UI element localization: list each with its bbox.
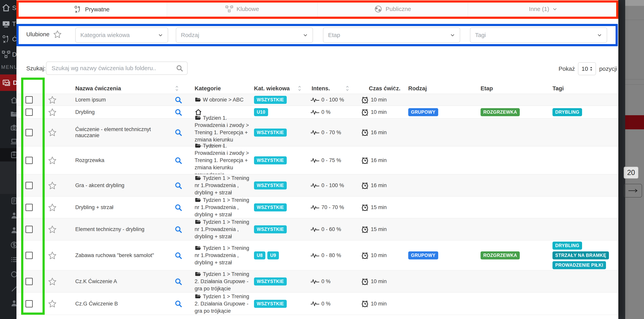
tactics-icon bbox=[74, 5, 82, 14]
favorites-toggle[interactable]: Ulubione bbox=[26, 30, 62, 39]
row-checkbox[interactable] bbox=[26, 96, 33, 104]
items-label: pozycji bbox=[599, 66, 617, 72]
row-checkbox[interactable] bbox=[26, 129, 33, 136]
dropdown-placeholder: Rodzaj bbox=[181, 32, 199, 38]
row-checkbox[interactable] bbox=[26, 252, 33, 259]
tab-label: Prywatne bbox=[85, 6, 110, 13]
col-header-name[interactable]: Nazwa ćwiczenia bbox=[75, 83, 121, 94]
chevron-down-icon bbox=[597, 32, 602, 38]
sidebar-item-drills[interactable]: D bbox=[0, 48, 19, 62]
row-checkbox[interactable] bbox=[26, 157, 33, 164]
table-row[interactable]: Element techniczny - drybling Tydzien 1 … bbox=[16, 218, 618, 240]
left-sidebar: S T Ć D MENU D bbox=[0, 0, 19, 319]
folder-open-icon bbox=[194, 245, 201, 251]
sort-icon[interactable] bbox=[393, 86, 396, 91]
table-row[interactable]: Gra - akcent drybling Tydzien 1 > Trenin… bbox=[16, 174, 618, 196]
dropdown-tagi[interactable]: Tagi bbox=[470, 28, 607, 43]
age-badge: WSZYSTKIE bbox=[254, 182, 287, 190]
tactics-icon bbox=[2, 35, 10, 44]
preview-magnifier-icon[interactable] bbox=[174, 108, 182, 116]
tab-inne[interactable]: Inne (1) bbox=[468, 1, 618, 18]
col-header-intensity[interactable]: Intens. bbox=[312, 83, 330, 94]
sort-icon[interactable] bbox=[175, 86, 178, 91]
team-icon bbox=[2, 50, 10, 59]
preview-magnifier-icon[interactable] bbox=[174, 278, 182, 286]
star-icon[interactable] bbox=[48, 251, 57, 260]
sidebar-item-exercises[interactable]: Ć bbox=[0, 32, 19, 46]
col-header-tags[interactable]: Tagi bbox=[552, 83, 564, 94]
col-header-stage[interactable]: Etap bbox=[480, 83, 493, 94]
col-header-categories[interactable]: Kategorie bbox=[194, 83, 221, 94]
table-row[interactable]: Cz.K Ćwiczenie A Tydzien 1 > Trening 2. … bbox=[16, 270, 618, 292]
table-row[interactable]: Ćwiczenie - element technicznyt nauczani… bbox=[16, 118, 618, 146]
preview-magnifier-icon[interactable] bbox=[174, 300, 182, 308]
row-checkbox[interactable] bbox=[26, 226, 33, 233]
preview-magnifier-icon[interactable] bbox=[174, 182, 182, 190]
preview-magnifier-icon[interactable] bbox=[174, 252, 182, 260]
table-row[interactable]: Rozgrzewka Tydzien 1. Prowadzenia i zwod… bbox=[16, 146, 618, 174]
preview-magnifier-icon[interactable] bbox=[174, 226, 182, 233]
star-icon[interactable] bbox=[48, 181, 57, 190]
col-header-type[interactable]: Rodzaj bbox=[408, 83, 427, 94]
tab-prywatne[interactable]: Prywatne bbox=[16, 1, 167, 18]
star-icon[interactable] bbox=[48, 156, 57, 165]
sidebar-item-trainings[interactable]: T bbox=[0, 17, 19, 31]
dropdown-etap[interactable]: Etap bbox=[323, 28, 460, 43]
main-panel: Prywatne Klubowe Publiczne Inne (1) Ulub… bbox=[16, 0, 618, 319]
star-icon[interactable] bbox=[48, 108, 57, 117]
sidebar-item-label: D bbox=[12, 51, 17, 58]
show-label: Pokaż bbox=[558, 66, 575, 72]
row-checkbox[interactable] bbox=[26, 182, 33, 189]
star-icon[interactable] bbox=[48, 277, 57, 286]
sidebar-menu-label: MENU bbox=[1, 64, 18, 70]
page-size-select[interactable]: 10 bbox=[578, 62, 596, 75]
sidebar-item-active[interactable]: D bbox=[0, 74, 19, 91]
table-row[interactable]: Cz.G Ćwiczenie B Tydzien 1 > Trening 2. … bbox=[16, 292, 618, 315]
preview-magnifier-icon[interactable] bbox=[174, 128, 182, 136]
star-icon[interactable] bbox=[48, 96, 57, 104]
star-icon[interactable] bbox=[53, 30, 62, 39]
row-checkbox[interactable] bbox=[26, 278, 33, 285]
table-row[interactable]: Zabawa ruchowa "berek samolot" Tydzien 1… bbox=[16, 240, 618, 270]
intensity-pulse-icon bbox=[310, 301, 320, 306]
sidebar-item-start[interactable]: S bbox=[0, 1, 19, 15]
sort-icon[interactable] bbox=[298, 86, 301, 91]
alarm-clock-icon bbox=[361, 108, 369, 116]
folder-open-icon bbox=[194, 96, 201, 102]
exercise-name: Lorem ipsum bbox=[75, 94, 167, 106]
search-input[interactable] bbox=[46, 62, 188, 75]
star-icon[interactable] bbox=[48, 299, 57, 308]
row-checkbox[interactable] bbox=[26, 108, 33, 116]
category-path: Tydzien 1 > Trening nr 1.Prowadzenia , d… bbox=[194, 197, 249, 218]
tab-publiczne[interactable]: Publiczne bbox=[318, 1, 468, 18]
table-row[interactable]: Drybling + strzał Tydzien 1 > Trening nr… bbox=[16, 196, 618, 218]
preview-magnifier-icon[interactable] bbox=[174, 96, 182, 104]
tag-badge: STRZAŁY NA BRAMKĘ bbox=[552, 252, 609, 260]
duration-value: 10 min bbox=[371, 252, 387, 258]
row-checkbox[interactable] bbox=[26, 300, 33, 308]
sort-icon[interactable] bbox=[346, 86, 349, 91]
alarm-clock-icon bbox=[361, 252, 369, 260]
intensity-value: 0 - 80 % bbox=[322, 252, 341, 258]
alarm-clock-icon bbox=[361, 226, 369, 233]
table-row[interactable]: Lorem ipsum W obronie > ABC WSZYSTKIE 0 … bbox=[16, 94, 618, 106]
preview-magnifier-icon[interactable] bbox=[174, 156, 182, 164]
duration-value: 15 min bbox=[371, 226, 387, 232]
col-header-age[interactable]: Kat. wiekowa bbox=[254, 83, 290, 94]
intensity-value: 0 - 70 % bbox=[322, 130, 341, 136]
intensity-value: 0 - 100 % bbox=[322, 97, 344, 103]
preview-magnifier-icon[interactable] bbox=[174, 204, 182, 212]
star-icon[interactable] bbox=[48, 128, 57, 137]
star-icon[interactable] bbox=[48, 203, 57, 212]
dropdown-kategoria-wiekowa[interactable]: Kategoria wiekowa bbox=[75, 28, 168, 43]
background-value-box: 20 bbox=[624, 166, 638, 179]
star-icon[interactable] bbox=[48, 225, 57, 234]
background-next-button bbox=[624, 184, 642, 198]
age-badge: WSZYSTKIE bbox=[254, 278, 287, 286]
table-row[interactable]: Drybling U10 0 % 10 min GRUPOWY ROZGRZEW… bbox=[16, 106, 618, 118]
tab-klubowe[interactable]: Klubowe bbox=[167, 1, 318, 18]
dropdown-rodzaj[interactable]: Rodzaj bbox=[176, 28, 313, 43]
duration-value: 10 min bbox=[371, 109, 387, 115]
row-checkbox[interactable] bbox=[26, 204, 33, 211]
sidebar-item-label: T bbox=[12, 20, 16, 28]
